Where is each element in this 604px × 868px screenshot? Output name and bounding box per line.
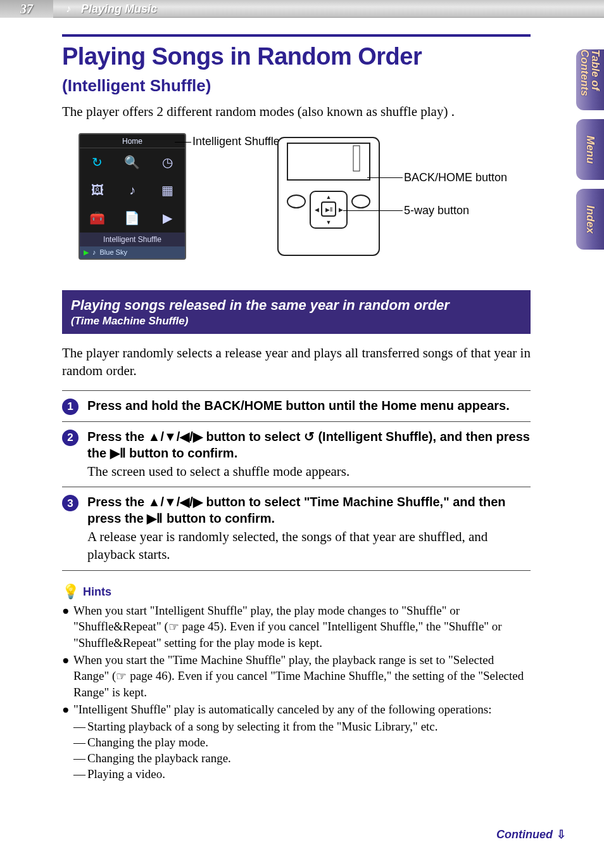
callout-five-way-button: 5-way button [404, 204, 469, 217]
tab-table-of-contents[interactable]: Table of Contents [576, 49, 604, 110]
svg-text:▶: ▶ [339, 207, 343, 213]
hint-subitem: —Playing a video. [73, 766, 531, 782]
hints-list: ● When you start "Intelligent Shuffle" p… [62, 603, 531, 782]
hint-subitem: —Changing the playback range. [73, 750, 531, 766]
player-hardware-figure: ▶Ⅱ ▲ ▼ ◀ ▶ [277, 137, 408, 256]
home-menu-title: Home [80, 134, 185, 148]
music-note-small-icon: ♪ [92, 248, 96, 257]
page-title: Playing Songs in Random Order (Intellige… [62, 44, 531, 94]
title-rule [62, 34, 531, 37]
subsection-title: Playing songs released in the same year … [71, 297, 522, 314]
hint-bulb-icon: 💡 [62, 584, 79, 600]
dash-icon: — [73, 718, 87, 734]
subsection-subtitle: (Time Machine Shuffle) [71, 314, 522, 328]
bullet-icon: ● [62, 701, 73, 717]
header-bar: 37 ♪ Playing Music [0, 0, 604, 18]
settings-icon: 🧰 [80, 204, 115, 232]
step-text-fragment: Press the [87, 495, 148, 509]
intelligent-shuffle-feature-icon: ↺ [304, 430, 315, 444]
now-playing-title: Blue Sky [100, 248, 127, 257]
now-playing-bar: ▶ ♪ Blue Sky [80, 246, 185, 258]
continued-indicator: Continued ⇩ [496, 829, 566, 840]
divider [62, 570, 531, 571]
divider [62, 390, 531, 391]
clock-icon: ◷ [150, 148, 185, 176]
home-menu-grid: ↻ 🔍 ◷ 🖼 ♪ ▦ 🧰 📄 ▶ [80, 148, 185, 233]
side-tabs: Table of Contents Menu Index [576, 49, 604, 250]
step-badge: 3 [62, 495, 79, 511]
dash-icon: — [73, 750, 87, 766]
hint-sub-text: Changing the playback range. [87, 750, 231, 766]
step-1: 1 Press and hold the BACK/HOME button un… [62, 397, 531, 415]
hints-heading: 💡 Hints [62, 584, 531, 600]
tab-menu[interactable]: Menu [576, 119, 604, 180]
nav-arrows-icon: ▲/▼/◀/▶ [148, 495, 203, 509]
hint-sub-text: Playing a video. [87, 766, 165, 782]
step-text-fragment: button to select [203, 430, 304, 444]
svg-text:◀: ◀ [315, 207, 319, 213]
section-title: Playing Music [81, 3, 157, 15]
step-3: 3 Press the ▲/▼/◀/▶ button to select "Ti… [62, 494, 531, 564]
page-reference[interactable]: page 45 [179, 620, 220, 633]
step-badge: 2 [62, 430, 79, 446]
dash-icon: — [73, 766, 87, 782]
play-indicator-icon: ▶ [84, 248, 89, 257]
divider [62, 487, 531, 487]
tab-index[interactable]: Index [576, 189, 604, 250]
playlist-icon: 📄 [115, 204, 149, 232]
hint-subitem: —Starting playback of a song by selectin… [73, 718, 531, 734]
continued-label: Continued [496, 829, 553, 840]
hint-item: ● When you start the "Time Machine Shuff… [62, 652, 531, 700]
hint-item: ● "Intelligent Shuffle" play is automati… [62, 701, 531, 717]
figure-area: Home ↻ 🔍 ◷ 🖼 ♪ ▦ 🧰 📄 ▶ Intelligent Shuff… [62, 133, 531, 279]
svg-text:▲: ▲ [326, 194, 332, 200]
page-reference[interactable]: page 46 [127, 669, 167, 682]
hint-sub-text: Starting playback of a song by selecting… [87, 718, 438, 734]
play-pause-icon: ▶Ⅱ [110, 446, 126, 460]
step-instruction: Press and hold the BACK/HOME button unti… [87, 397, 531, 414]
step-result: A release year is randomly selected, the… [87, 528, 531, 564]
hint-text: When you start "Intelligent Shuffle" pla… [73, 603, 531, 651]
continued-arrow-icon: ⇩ [557, 829, 566, 840]
step-result: The screen used to select a shuffle mode… [87, 463, 531, 480]
step-badge: 1 [62, 399, 79, 415]
hints-label: Hints [83, 586, 111, 597]
step-text-fragment: button to confirm. [163, 511, 275, 525]
step-text-fragment: Press the [87, 430, 148, 444]
svg-text:▼: ▼ [326, 219, 332, 226]
title-main: Playing Songs in Random Order [62, 44, 422, 70]
callout-intelligent-shuffle: Intelligent Shuffle [192, 136, 280, 148]
hint-text: "Intelligent Shuffle" play is automatica… [73, 701, 491, 717]
subsection-bar: Playing songs released in the same year … [62, 290, 531, 334]
step-instruction: Press the ▲/▼/◀/▶ button to select ↺ (In… [87, 428, 531, 461]
reference-icon: ☞ [116, 668, 127, 684]
hint-sub-text: Changing the play mode. [87, 734, 208, 750]
video-icon: ▦ [150, 176, 185, 204]
search-icon: 🔍 [115, 148, 149, 176]
page-content: Playing Songs in Random Order (Intellige… [62, 34, 531, 782]
bullet-icon: ● [62, 652, 73, 700]
home-menu-screenshot: Home ↻ 🔍 ◷ 🖼 ♪ ▦ 🧰 📄 ▶ Intelligent Shuff… [79, 133, 186, 260]
step-2: 2 Press the ▲/▼/◀/▶ button to select ↺ (… [62, 428, 531, 480]
svg-point-2 [287, 195, 305, 208]
dash-icon: — [73, 734, 87, 750]
callout-back-home-button: BACK/HOME button [404, 171, 507, 184]
step-instruction: Press the ▲/▼/◀/▶ button to select "Time… [87, 494, 531, 527]
svg-rect-11 [353, 146, 360, 171]
nav-arrows-icon: ▲/▼/◀/▶ [148, 430, 203, 444]
title-sub: (Intelligent Shuffle) [62, 77, 211, 94]
step-text-fragment: button to confirm. [126, 446, 238, 460]
intelligent-shuffle-icon: ↻ [80, 148, 115, 176]
music-note-icon: ♪ [62, 3, 75, 15]
home-menu-selected-label: Intelligent Shuffle [80, 233, 185, 246]
divider [62, 421, 531, 422]
play-pause-icon: ▶Ⅱ [147, 511, 163, 525]
page-number: 37 [0, 0, 53, 18]
subsection-intro: The player randomly selects a release ye… [62, 344, 531, 380]
photo-icon: 🖼 [80, 176, 115, 204]
svg-point-3 [352, 195, 370, 208]
hint-subitem: —Changing the play mode. [73, 734, 531, 750]
hint-text: When you start the "Time Machine Shuffle… [73, 652, 531, 700]
intro-paragraph: The player offers 2 different random mod… [62, 103, 531, 120]
reference-icon: ☞ [168, 619, 179, 635]
